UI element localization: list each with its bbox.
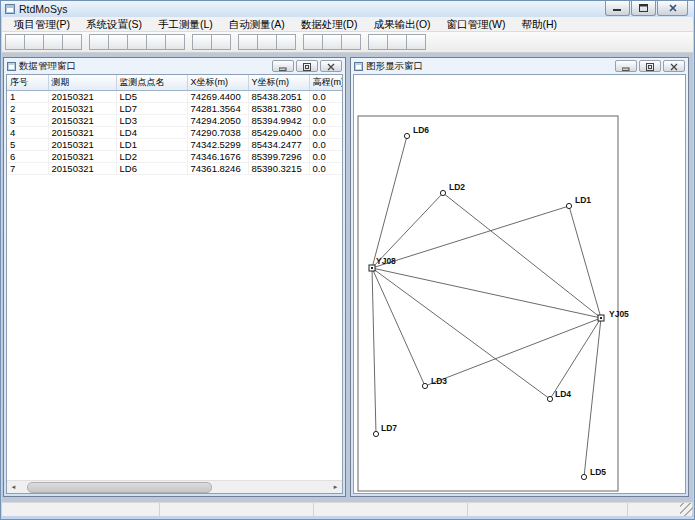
column-header[interactable]: Y坐标(m) (248, 75, 309, 90)
table-row[interactable]: 520150321LD174342.529985434.24770.0 (7, 138, 343, 150)
table-row[interactable]: 220150321LD774281.356485381.73800.0 (7, 102, 343, 114)
network-diagram: LD6LD2LD1YJ08YJ05LD3LD4LD7LD5 (354, 75, 686, 493)
graphics-canvas[interactable]: LD6LD2LD1YJ08YJ05LD3LD4LD7LD5 (353, 74, 686, 494)
table-row[interactable]: 620150321LD274346.167685399.72960.0 (7, 150, 343, 162)
node-LD1[interactable] (566, 203, 571, 208)
toolbar-button[interactable] (146, 34, 166, 50)
graph-close-button[interactable] (663, 60, 685, 72)
data-close-button[interactable] (320, 60, 342, 72)
graph-restore-button[interactable] (639, 60, 661, 72)
column-header[interactable]: 监测点点名 (116, 75, 187, 90)
mdi-area: 数据管理窗口 序号测期监测点点名X坐标(m)Y坐标(m)高程(m)1201503… (2, 53, 693, 502)
close-icon (327, 57, 335, 75)
node-LD6[interactable] (404, 133, 409, 138)
toolbar-group-5 (368, 34, 425, 50)
table-cell: 74346.1676 (187, 150, 248, 162)
toolbar-button[interactable] (368, 34, 388, 50)
minimize-button[interactable] (605, 1, 630, 16)
column-header[interactable]: 高程(m) (309, 75, 343, 90)
toolbar-button[interactable] (257, 34, 277, 50)
toolbar-button[interactable] (192, 34, 212, 50)
toolbar-button[interactable] (89, 34, 109, 50)
table-cell: 20150321 (48, 162, 116, 174)
edge-YJ08-LD3 (372, 268, 425, 386)
maximize-icon (639, 4, 648, 12)
resize-grip-icon[interactable] (680, 503, 693, 516)
column-header[interactable]: 测期 (48, 75, 116, 90)
edge-YJ08-LD6 (372, 136, 407, 268)
data-restore-button[interactable] (296, 60, 318, 72)
toolbar-button[interactable] (303, 34, 323, 50)
table-cell: 5 (7, 138, 48, 150)
toolbar-group-1 (89, 34, 184, 50)
table-cell: 85434.2477 (248, 138, 309, 150)
table-row[interactable]: 720150321LD674361.824685390.32150.0 (7, 162, 343, 174)
toolbar-button[interactable] (406, 34, 426, 50)
close-button[interactable] (657, 1, 688, 16)
node-label-LD1: LD1 (575, 195, 591, 205)
table-cell: 74269.4400 (187, 90, 248, 102)
toolbar-button[interactable] (341, 34, 361, 50)
toolbar-button[interactable] (165, 34, 185, 50)
menu-item-system-settings[interactable]: 系统设置(S) (78, 17, 150, 31)
table-row[interactable]: 420150321LD474290.703885429.04000.0 (7, 126, 343, 138)
menu-item-data-processing[interactable]: 数据处理(D) (293, 17, 366, 31)
node-label-YJ05: YJ05 (609, 309, 629, 319)
toolbar-button[interactable] (24, 34, 44, 50)
node-label-LD7: LD7 (381, 423, 397, 433)
close-icon (669, 4, 677, 12)
node-LD2[interactable] (440, 190, 445, 195)
table-row[interactable]: 120150321LD574269.440085438.20510.0 (7, 90, 343, 102)
graphics-window-titlebar[interactable]: 图形显示窗口 (353, 60, 686, 73)
data-minimize-button[interactable] (272, 60, 294, 72)
toolbar-button[interactable] (127, 34, 147, 50)
column-header[interactable]: 序号 (7, 75, 48, 90)
node-LD5[interactable] (581, 474, 586, 479)
table-cell: LD4 (116, 126, 187, 138)
menu-item-auto-measure[interactable]: 自动测量(A) (221, 17, 293, 31)
scroll-right-arrow[interactable]: ► (329, 481, 342, 494)
toolbar-button[interactable] (238, 34, 258, 50)
toolbar-button[interactable] (62, 34, 82, 50)
toolbar-button[interactable] (5, 34, 25, 50)
table-cell: 85381.7380 (248, 102, 309, 114)
table-cell: 2 (7, 102, 48, 114)
node-LD4[interactable] (547, 396, 552, 401)
column-header[interactable]: X坐标(m) (187, 75, 248, 90)
scrollbar-track[interactable] (20, 481, 329, 494)
toolbar-button[interactable] (322, 34, 342, 50)
scrollbar-thumb[interactable] (27, 482, 212, 493)
graph-minimize-button[interactable] (615, 60, 637, 72)
scroll-left-arrow[interactable]: ◄ (7, 481, 20, 494)
toolbar-button[interactable] (276, 34, 296, 50)
menu-item-manual-measure[interactable]: 手工测量(L) (150, 17, 221, 31)
minimize-icon (279, 57, 287, 75)
edge-YJ05-LD1 (569, 206, 601, 318)
maximize-button[interactable] (631, 1, 656, 16)
table-cell: 3 (7, 114, 48, 126)
table-cell: 1 (7, 90, 48, 102)
menu-item-project-management[interactable]: 项目管理(P) (6, 17, 78, 31)
horizontal-scrollbar[interactable]: ◄ ► (7, 480, 342, 493)
restore-icon (646, 57, 654, 75)
menu-item-window-management[interactable]: 窗口管理(W) (439, 17, 514, 31)
table-cell: 7 (7, 162, 48, 174)
table-cell: 0.0 (309, 162, 343, 174)
toolbar-button[interactable] (43, 34, 63, 50)
status-pane-1 (160, 503, 314, 516)
table-cell: 85438.2051 (248, 90, 309, 102)
menu-item-result-output[interactable]: 成果输出(O) (365, 17, 438, 31)
table-row[interactable]: 320150321LD374294.205085394.99420.0 (7, 114, 343, 126)
titlebar: RtdMoSys (1, 1, 694, 17)
toolbar-button[interactable] (387, 34, 407, 50)
toolbar-button[interactable] (211, 34, 231, 50)
menu-item-help[interactable]: 帮助(H) (514, 17, 566, 31)
table-cell: 85394.9942 (248, 114, 309, 126)
table-cell: 6 (7, 150, 48, 162)
node-LD7[interactable] (373, 431, 378, 436)
toolbar-button[interactable] (108, 34, 128, 50)
table-cell: 0.0 (309, 114, 343, 126)
table-cell: 74281.3564 (187, 102, 248, 114)
node-LD3[interactable] (422, 383, 427, 388)
data-window-titlebar[interactable]: 数据管理窗口 (6, 60, 343, 73)
